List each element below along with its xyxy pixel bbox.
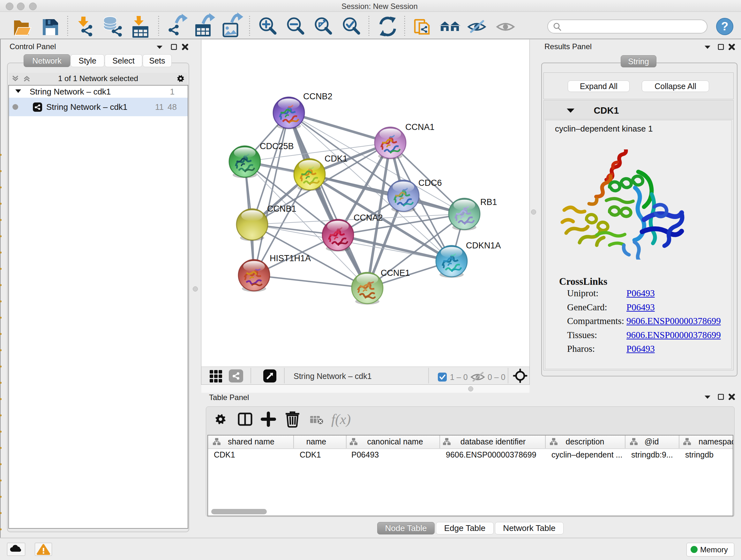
svg-text:database identifier: database identifier: [461, 437, 526, 446]
svg-text:canonical name: canonical name: [367, 437, 423, 446]
svg-text:CCNA1: CCNA1: [405, 122, 434, 132]
svg-text:description: description: [566, 437, 604, 446]
svg-text:CCNB1: CCNB1: [267, 204, 296, 213]
svg-text:HIST1H1A: HIST1H1A: [270, 253, 311, 263]
svg-text:CCNE1: CCNE1: [381, 268, 410, 278]
svg-text:@id: @id: [645, 437, 659, 446]
svg-text:namespace: namespace: [698, 437, 733, 446]
svg-text:String Network – cdk1: String Network – cdk1: [46, 102, 127, 112]
svg-text:String Network – cdk1: String Network – cdk1: [30, 87, 111, 97]
svg-text:CCNA2: CCNA2: [354, 213, 383, 223]
svg-text:CDKN1A: CDKN1A: [466, 241, 501, 250]
svg-text:1 – 0: 1 – 0: [450, 373, 468, 381]
svg-text:RB1: RB1: [480, 197, 497, 207]
svg-text:f(x): f(x): [331, 412, 351, 427]
svg-text:0 – 0: 0 – 0: [488, 373, 506, 381]
svg-text:11: 11: [155, 102, 164, 112]
svg-text:shared name: shared name: [228, 437, 274, 446]
svg-text:?: ?: [721, 20, 729, 33]
svg-text:String Network – cdk1: String Network – cdk1: [293, 372, 372, 381]
svg-text:CDC25B: CDC25B: [260, 141, 294, 151]
svg-text:CDK1: CDK1: [325, 154, 347, 164]
svg-text:CCNB2: CCNB2: [303, 91, 333, 101]
svg-text:CDC6: CDC6: [418, 178, 442, 188]
svg-text:48: 48: [167, 102, 177, 112]
svg-text:name: name: [307, 437, 327, 446]
svg-text:1: 1: [170, 87, 175, 97]
